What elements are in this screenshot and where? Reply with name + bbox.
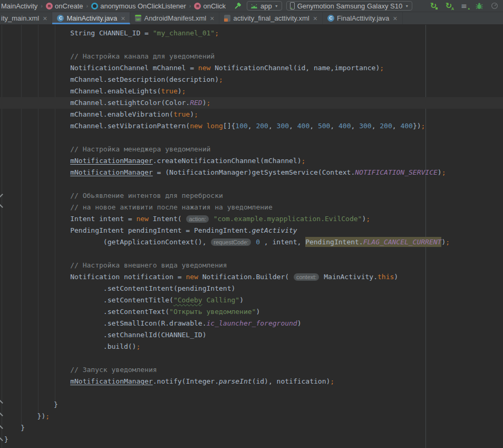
code-line[interactable]: mChannel.setLightColor(Color.RED); bbox=[0, 97, 503, 109]
tab-finalacttivity-java[interactable]: CFinalActtivity.java× bbox=[323, 12, 403, 24]
code-token: (id), notification) bbox=[252, 377, 331, 385]
code-line[interactable]: .setContentTitle("Codeby Calling") bbox=[0, 294, 503, 306]
code-token: ; bbox=[302, 157, 306, 165]
code-line[interactable]: .setContentIntent(pendingIntent) bbox=[0, 283, 503, 294]
device-select[interactable]: Genymotion Samsung Galaxy S10 ▼ bbox=[286, 1, 412, 11]
code-editor[interactable]: String CHANNEL_ID = "my_channel_01";// Н… bbox=[0, 25, 503, 448]
close-tab-icon[interactable]: × bbox=[121, 15, 125, 22]
code-line[interactable] bbox=[0, 132, 503, 144]
code-token: PendingIntent. bbox=[305, 237, 363, 247]
phone-icon bbox=[290, 2, 295, 9]
code-line[interactable]: // на новое активити после нажатия на ув… bbox=[0, 202, 503, 213]
build-hammer-icon[interactable] bbox=[232, 1, 243, 11]
code-line[interactable]: // Настройка внешнего вида уведомления bbox=[0, 260, 503, 271]
code-line[interactable]: .setChannelId(CHANNEL_ID) bbox=[0, 329, 503, 341]
code-line[interactable]: Intent intent = new Intent( action: "com… bbox=[0, 213, 503, 225]
code-line[interactable]: mChannel.setVibrationPattern(new long[]{… bbox=[0, 120, 503, 132]
run-config-select[interactable]: app ▼ bbox=[247, 1, 282, 11]
method-icon: m bbox=[46, 3, 53, 9]
attach-debugger-icon[interactable]: ≡▴ bbox=[459, 1, 469, 11]
chevron-down-icon: ▼ bbox=[405, 4, 409, 8]
code-token: Notification.Builder( bbox=[198, 273, 293, 281]
code-token: RED bbox=[190, 99, 202, 107]
code-token: mNotificationManager bbox=[70, 157, 153, 165]
code-line[interactable]: // Настройка канала для уведомлений bbox=[0, 51, 503, 62]
code-line[interactable]: (getApplicationContext(), requestCode: 0… bbox=[0, 236, 503, 248]
code-token: String CHANNEL_ID = bbox=[70, 29, 153, 37]
run-config-label: app bbox=[260, 2, 272, 10]
code-token: "Codeby bbox=[173, 296, 202, 304]
code-line[interactable] bbox=[0, 352, 503, 364]
breadcrumb-separator: › bbox=[86, 3, 89, 9]
manifest-file-icon: MF bbox=[135, 15, 141, 22]
code-token: PendingIntent pendingIntent = PendingInt… bbox=[70, 226, 252, 234]
code-token: Calling" bbox=[202, 296, 239, 304]
code-line[interactable]: Notification notification = new Notifica… bbox=[0, 271, 503, 283]
apply-changes-restart-icon[interactable]: ↻ bbox=[428, 1, 439, 11]
breadcrumb-item-mainactivity[interactable]: MainActivity bbox=[1, 2, 37, 10]
code-line[interactable]: NotificationChannel mChannel = new Notif… bbox=[0, 62, 503, 74]
code-token: ; bbox=[330, 377, 334, 385]
close-tab-icon[interactable]: × bbox=[393, 15, 397, 22]
code-line[interactable]: mNotificationManager = (NotificationMana… bbox=[0, 167, 503, 178]
code-line[interactable]: .setContentText("Открыть уведомление") bbox=[0, 306, 503, 318]
code-line[interactable]: mChannel.enableLights(true); bbox=[0, 85, 503, 97]
close-tab-icon[interactable]: × bbox=[313, 15, 317, 22]
code-token: ; bbox=[207, 99, 211, 107]
code-token: NOTIFICATION_SERVICE bbox=[355, 168, 438, 176]
code-token: ) bbox=[202, 99, 207, 107]
code-token: } bbox=[21, 424, 25, 432]
code-line[interactable]: // Настройка менеджера уведомлений bbox=[0, 144, 503, 155]
code-token: // Настройка канала для уведомлений bbox=[70, 52, 215, 60]
close-tab-icon[interactable]: × bbox=[43, 15, 47, 22]
code-token: mNotificationManager bbox=[70, 168, 153, 176]
code-line[interactable]: } bbox=[0, 399, 503, 411]
code-line[interactable]: // Обьявление интентов для переброски bbox=[0, 190, 503, 202]
code-token: ; bbox=[366, 215, 370, 223]
code-line[interactable]: mNotificationManager.createNotificationC… bbox=[0, 155, 503, 167]
code-token: ; bbox=[219, 75, 223, 83]
code-line[interactable]: } bbox=[0, 422, 503, 434]
breadcrumb-item-anonymous-onclicklistener[interactable]: anonymous OnClickListener bbox=[91, 2, 186, 10]
code-token: ; bbox=[182, 87, 186, 95]
breadcrumb: MainActivity›monCreate›anonymous OnClick… bbox=[1, 2, 226, 10]
close-tab-icon[interactable]: × bbox=[210, 15, 214, 22]
main-toolbar: MainActivity›monCreate›anonymous OnClick… bbox=[0, 0, 503, 12]
code-line[interactable] bbox=[0, 248, 503, 260]
code-line[interactable]: mChannel.enableVibration(true); bbox=[0, 109, 503, 120]
breadcrumb-item-oncreate[interactable]: monCreate bbox=[46, 2, 83, 10]
code-token: 500 bbox=[318, 122, 330, 130]
code-line[interactable]: .build(); bbox=[0, 341, 503, 352]
code-line[interactable]: // Запуск уведомления bbox=[0, 364, 503, 376]
code-line[interactable] bbox=[0, 387, 503, 399]
code-token: , bbox=[268, 122, 277, 130]
apply-code-changes-icon[interactable]: ↻A bbox=[443, 1, 454, 11]
tab-ity-main-xml[interactable]: ity_main.xml× bbox=[0, 12, 52, 24]
code-line[interactable]: .setSmallIcon(R.drawable.ic_launcher_for… bbox=[0, 318, 503, 329]
code-line[interactable] bbox=[0, 178, 503, 190]
code-token: 300 bbox=[359, 122, 371, 130]
code-area[interactable]: String CHANNEL_ID = "my_channel_01";// Н… bbox=[0, 27, 503, 445]
code-line[interactable]: } bbox=[0, 434, 503, 445]
code-token: ) bbox=[394, 273, 398, 281]
code-token: new long bbox=[190, 122, 223, 130]
tab-activity-final-acttivity-xml[interactable]: activity_final_acttivity.xml× bbox=[219, 12, 322, 24]
code-token: 200 bbox=[380, 122, 392, 130]
tab-androidmanifest-xml[interactable]: MFAndroidManifest.xml× bbox=[130, 12, 219, 24]
debug-bug-icon[interactable] bbox=[474, 1, 485, 11]
code-token: .setContentText( bbox=[103, 308, 169, 316]
code-line[interactable]: PendingIntent pendingIntent = PendingInt… bbox=[0, 225, 503, 236]
code-line[interactable]: mNotificationManager.notify(Integer.pars… bbox=[0, 376, 503, 387]
code-line[interactable]: }); bbox=[0, 411, 503, 422]
code-token: MainActivity. bbox=[320, 273, 378, 281]
code-line[interactable]: String CHANNEL_ID = "my_channel_01"; bbox=[0, 27, 503, 39]
code-line[interactable] bbox=[0, 39, 503, 51]
code-line[interactable]: mChannel.setDescription(description); bbox=[0, 74, 503, 85]
profiler-icon[interactable] bbox=[489, 1, 500, 11]
chevron-down-icon: ▼ bbox=[275, 4, 278, 8]
tab-mainactivity-java[interactable]: CMainActivity.java× bbox=[52, 12, 130, 24]
breadcrumb-label: onClick bbox=[203, 2, 226, 10]
breadcrumb-item-onclick[interactable]: monClick bbox=[194, 2, 226, 10]
code-token: 400 bbox=[400, 122, 412, 130]
code-token: ; bbox=[194, 110, 198, 118]
